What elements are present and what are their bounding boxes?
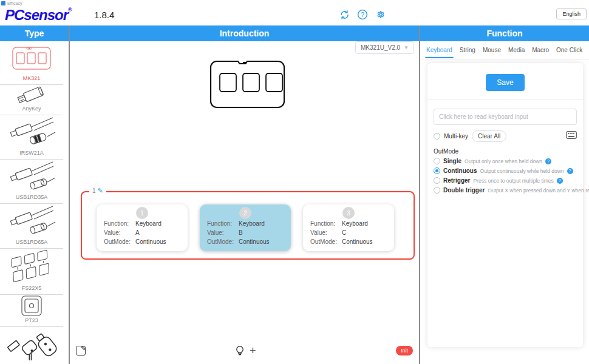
multikey-label: Multi-key — [444, 133, 468, 140]
keyboard-icon[interactable] — [566, 131, 577, 139]
language-button[interactable]: English — [556, 8, 587, 19]
clear-all-button[interactable]: Clear All — [472, 130, 506, 142]
outmode-option-single: Single Output only once when held down ? — [434, 158, 577, 164]
sidebar-item-label: IRSW21A — [19, 150, 44, 157]
sidebar-item-fs22x5[interactable]: FS22X5 — [0, 249, 63, 295]
divider — [427, 99, 583, 100]
radio-double-trigger[interactable] — [434, 187, 440, 194]
usb1rd35a-device-icon — [0, 160, 63, 194]
value-value: B — [239, 229, 243, 236]
group-number: 1 — [92, 187, 96, 194]
tab-keyboard[interactable]: Keyboard — [423, 42, 456, 58]
tab-string[interactable]: String — [456, 42, 479, 58]
key-card-2-selected[interactable]: 2 Function:Keyboard Value:B OutMode:Cont… — [200, 204, 291, 251]
init-button[interactable]: Init — [396, 346, 413, 356]
keyboard-read-input[interactable] — [434, 109, 577, 125]
add-plus-icon[interactable]: + — [250, 345, 256, 357]
outmode-value: Continuous — [135, 238, 166, 245]
function-tabs: Keyboard String Mouse Media Macro One Cl… — [420, 41, 589, 59]
key-card-3[interactable]: 3 Function:Keyboard Value:C OutMode:Cont… — [303, 204, 394, 251]
help-question-icon[interactable]: ? — [557, 178, 563, 184]
function-value: Keyboard — [135, 220, 162, 227]
function-header: Function — [420, 25, 589, 41]
key-number-badge: 2 — [239, 207, 251, 219]
svg-text:?: ? — [361, 12, 364, 18]
help-icon[interactable]: ? — [357, 9, 368, 20]
device-version-value: MK321U_V2.0 — [361, 44, 400, 51]
save-button[interactable]: Save — [486, 74, 524, 91]
outmode-section: OutMode Single Output only once when hel… — [434, 148, 577, 194]
pcsensor-logo: PCsensor® — [5, 7, 72, 24]
option-desc: Output continuously while held down — [480, 168, 564, 174]
sidebar-item-anykey[interactable]: AnyKey — [0, 85, 63, 115]
registered-mark: ® — [68, 7, 72, 13]
sidebar-item-label: PT23 — [25, 317, 38, 325]
function-label: Function: — [104, 220, 135, 227]
option-desc: Output only once when held down — [465, 158, 542, 164]
key-number-badge: 1 — [136, 207, 148, 219]
tab-mouse[interactable]: Mouse — [479, 42, 505, 58]
outmode-title: OutMode — [434, 148, 577, 155]
app-version: 1.8.4 — [94, 10, 114, 20]
outmode-value: Continuous — [239, 238, 270, 245]
sidebar-item-label: FS22X5 — [22, 285, 42, 292]
sidebar-item-pt23[interactable]: PT23 — [0, 295, 63, 327]
app-window-icon — [1, 1, 5, 5]
value-label: Value: — [207, 229, 239, 236]
function-value: Keyboard — [342, 220, 368, 227]
option-label: Double trigger — [443, 187, 485, 194]
keyboard-settings-card: Save Multi-key Clear All OutMode Single … — [427, 63, 583, 347]
irsw21a-device-icon — [0, 115, 63, 150]
cable-device-icon — [0, 327, 63, 362]
chevron-down-icon: ▼ — [404, 45, 409, 50]
value-label: Value: — [104, 229, 135, 236]
introduction-header: Introduction — [70, 25, 419, 41]
value-label: Value: — [310, 229, 342, 236]
tab-macro[interactable]: Macro — [528, 42, 553, 58]
outmode-label: OutMode: — [310, 238, 342, 245]
radio-continuous[interactable] — [434, 167, 440, 174]
usb1rd65a-device-icon — [0, 204, 63, 239]
sidebar-item-mk321[interactable]: MK321 — [0, 41, 63, 85]
option-label: Single — [443, 158, 461, 164]
edit-note-icon[interactable]: ✎ — [76, 346, 86, 356]
refresh-icon[interactable] — [339, 9, 350, 20]
os-title-bar: Efficacy — [0, 0, 589, 6]
multikey-row: Multi-key Clear All — [434, 130, 577, 142]
outmode-label: OutMode: — [207, 238, 239, 245]
option-label: Retrigger — [443, 177, 470, 184]
app-window: Efficacy PCsensor® 1.8.4 ? English Type … — [0, 0, 589, 364]
settings-gear-icon[interactable] — [375, 9, 386, 20]
sidebar-item-irsw21a[interactable]: IRSW21A — [0, 115, 63, 160]
key-card-1[interactable]: 1 Function:Keyboard Value:A OutMode:Cont… — [97, 204, 188, 251]
light-bulb-icon[interactable] — [235, 345, 245, 357]
function-label: Function: — [207, 220, 239, 227]
sidebar-item-label: USB1RD35A — [16, 194, 48, 201]
outmode-option-double-trigger: Double trigger Output X when pressed dow… — [434, 187, 577, 194]
tab-one-click[interactable]: One Click — [553, 42, 586, 58]
help-question-icon[interactable]: ? — [567, 168, 573, 174]
sidebar-item-label: MK321 — [23, 75, 41, 83]
sidebar-header: Type — [0, 25, 69, 41]
option-label: Continuous — [443, 167, 477, 174]
outmode-option-retrigger: Retrigger Press once to output multiple … — [434, 177, 577, 184]
edit-pencil-icon[interactable]: ✎ — [98, 187, 103, 195]
function-value: Keyboard — [239, 220, 265, 227]
fs22x5-device-icon — [0, 249, 63, 285]
device-version-select[interactable]: MK321U_V2.0 ▼ — [355, 41, 414, 54]
sidebar-item-usb1rd65a[interactable]: USB1RD65A — [0, 204, 63, 249]
key-card-rows: Function:Keyboard Value:C OutMode:Contin… — [310, 220, 389, 248]
anykey-device-icon — [0, 84, 63, 106]
radio-single[interactable] — [434, 158, 440, 164]
tab-media[interactable]: Media — [505, 42, 528, 58]
bottom-toolbar: ✎ + Init — [70, 345, 419, 359]
radio-retrigger[interactable] — [434, 177, 440, 184]
pt23-device-icon — [0, 294, 63, 317]
multikey-checkbox[interactable] — [434, 133, 440, 140]
sidebar-item-usb1rd35a[interactable]: USB1RD35A — [0, 160, 63, 204]
introduction-panel: MK321U_V2.0 ▼ 1 ✎ 1 Function:Keyboard Va… — [70, 41, 419, 364]
help-question-icon[interactable]: ? — [545, 158, 551, 164]
device-type-list: MK321 AnyKey IRSW21A USB1RD35A USB1RD65A — [0, 41, 69, 364]
sidebar-item-partial[interactable] — [0, 327, 63, 363]
function-panel: Keyboard String Mouse Media Macro One Cl… — [420, 41, 589, 364]
